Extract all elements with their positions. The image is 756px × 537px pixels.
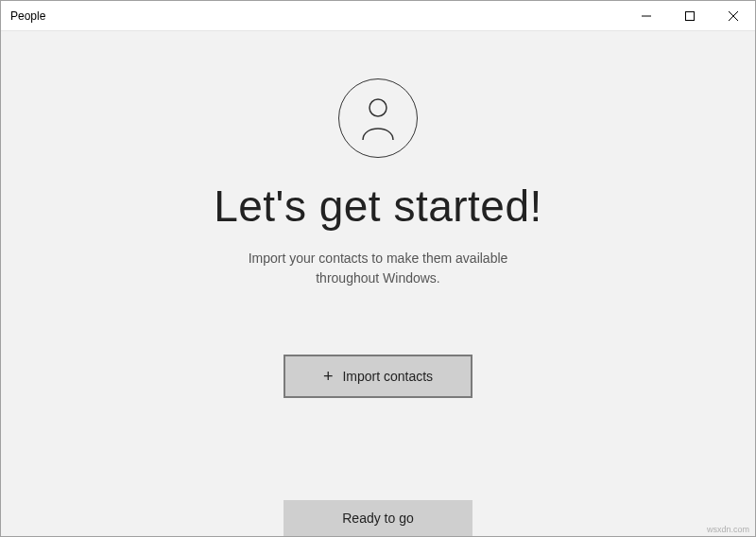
person-icon bbox=[338, 78, 418, 158]
welcome-heading: Let's get started! bbox=[214, 181, 542, 232]
maximize-icon bbox=[685, 11, 695, 21]
close-icon bbox=[729, 11, 738, 21]
minimize-icon bbox=[642, 11, 651, 21]
minimize-button[interactable] bbox=[625, 1, 668, 30]
close-button[interactable] bbox=[712, 1, 755, 30]
import-contacts-button[interactable]: + Import contacts bbox=[284, 355, 472, 398]
subtext-line-1: Import your contacts to make them availa… bbox=[249, 251, 508, 266]
svg-rect-1 bbox=[686, 11, 695, 20]
app-window: People Let's get started! Import your co… bbox=[0, 0, 756, 537]
ready-to-go-button[interactable]: Ready to go bbox=[284, 500, 472, 536]
window-title: People bbox=[10, 9, 625, 23]
subtext-line-2: throughout Windows. bbox=[316, 270, 440, 286]
import-button-label: Import contacts bbox=[342, 369, 433, 384]
ready-button-label: Ready to go bbox=[342, 511, 414, 526]
watermark: wsxdn.com bbox=[707, 525, 749, 534]
titlebar[interactable]: People bbox=[1, 1, 755, 31]
welcome-subtext: Import your contacts to make them availa… bbox=[249, 249, 508, 288]
svg-point-4 bbox=[369, 99, 387, 116]
plus-icon: + bbox=[323, 368, 334, 385]
window-controls bbox=[625, 1, 755, 30]
maximize-button[interactable] bbox=[668, 1, 712, 30]
welcome-content: Let's get started! Import your contacts … bbox=[1, 31, 755, 536]
